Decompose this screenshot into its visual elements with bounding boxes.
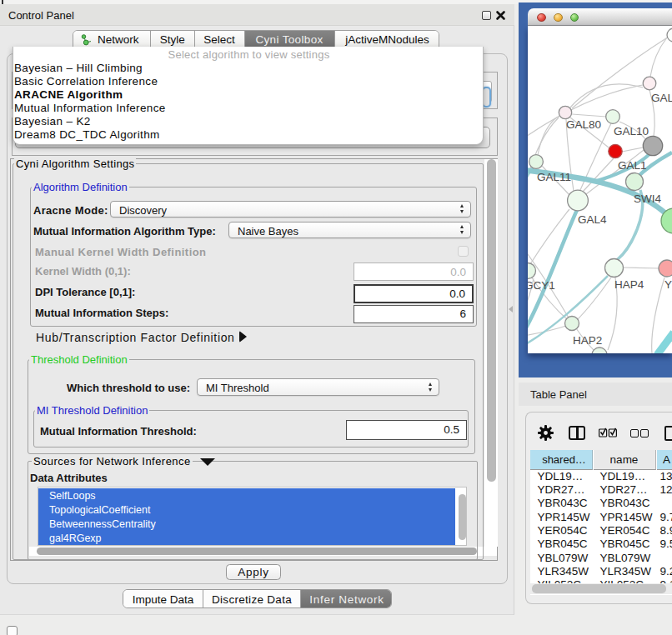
svg-text:HAP2: HAP2 [573, 334, 602, 347]
svg-text:GAL10: GAL10 [614, 125, 649, 138]
svg-text:GAL1: GAL1 [618, 159, 647, 172]
svg-text:GAL80: GAL80 [566, 118, 601, 131]
svg-text:SWI4: SWI4 [634, 192, 661, 205]
svg-text:GAL11: GAL11 [537, 171, 571, 183]
svg-text:HAP4: HAP4 [614, 278, 644, 291]
svg-text:YM: YM [664, 278, 672, 291]
svg-text:GAL4: GAL4 [578, 213, 607, 226]
svg-text:GCY1: GCY1 [528, 279, 555, 292]
svg-text:GAL7: GAL7 [651, 92, 672, 104]
